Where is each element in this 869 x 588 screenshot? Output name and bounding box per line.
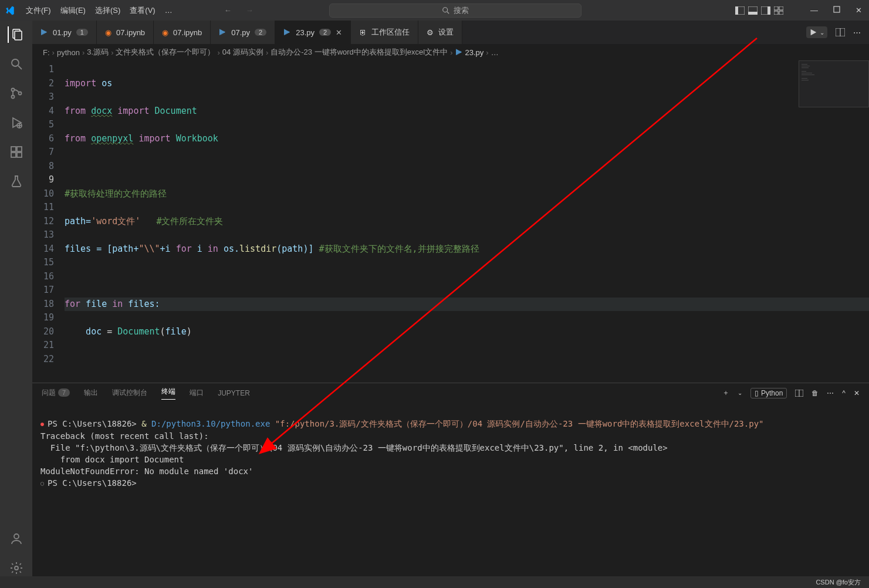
line-gutter: 12345 678910 1112131415 1617181920 2122 xyxy=(32,60,65,383)
account-icon[interactable] xyxy=(8,530,25,547)
svg-marker-30 xyxy=(811,29,817,36)
minimap[interactable]: ▬▬▬▬▬▬▬▬▬▬▬▬▬▬▬▬▬▬▬▬▬▬▬▬▬▬▬▬▬▬▬▬▬▬▬▬▬▬▬▬… xyxy=(799,60,869,107)
terminal-name-badge[interactable]: ▯Python xyxy=(750,388,787,398)
panel-tab-terminal[interactable]: 终端 xyxy=(161,387,175,400)
explorer-icon[interactable] xyxy=(8,26,24,43)
tab-07py[interactable]: ⯈07.py2 xyxy=(211,21,275,44)
tab-23py[interactable]: ⯈23.py2✕ xyxy=(275,21,351,44)
maximize-panel-icon[interactable]: ^ xyxy=(842,389,846,397)
terminal-dropdown-icon[interactable]: ⌄ xyxy=(738,390,742,396)
trash-icon[interactable]: 🗑 xyxy=(811,389,819,397)
bottom-panel: 问题7 输出 调试控制台 终端 端口 JUPYTER ＋ ⌄ ▯Python 🗑… xyxy=(32,383,869,576)
tab-label: 工作区信任 xyxy=(371,27,410,38)
svg-line-16 xyxy=(18,66,22,69)
panel-tab-problems[interactable]: 问题7 xyxy=(42,388,70,398)
svg-rect-27 xyxy=(17,153,22,157)
code-content[interactable]: import os from docx import Document from… xyxy=(65,60,869,383)
menu-file[interactable]: 文件(F) xyxy=(21,3,56,18)
search-icon[interactable] xyxy=(8,56,25,72)
watermark: CSDN @fo安方 xyxy=(816,578,861,587)
search-icon xyxy=(442,6,450,15)
svg-rect-9 xyxy=(779,6,783,10)
tab-label: 设置 xyxy=(438,27,454,38)
panel-tab-ports[interactable]: 端口 xyxy=(190,388,204,398)
svg-rect-14 xyxy=(15,31,22,40)
debug-icon[interactable] xyxy=(8,114,25,131)
svg-rect-3 xyxy=(735,6,738,15)
tab-07ipynb-2[interactable]: ◉07.ipynb xyxy=(154,21,211,44)
terminal-output[interactable]: ●PS C:\Users\18826> & D:/python3.10/pyth… xyxy=(32,403,869,576)
prompt-dot-icon: ○ xyxy=(40,480,44,486)
svg-point-0 xyxy=(443,7,448,12)
window-close-icon[interactable]: ✕ xyxy=(853,4,864,17)
window-maximize-icon[interactable] xyxy=(831,4,843,17)
tab-label: 07.ipynb xyxy=(173,28,202,37)
status-bar: CSDN @fo安方 xyxy=(0,576,869,588)
panel-tab-output[interactable]: 输出 xyxy=(84,388,98,398)
source-control-icon[interactable] xyxy=(8,85,25,102)
svg-rect-5 xyxy=(748,12,758,15)
window-minimize-icon[interactable]: — xyxy=(808,4,820,17)
svg-rect-8 xyxy=(774,6,778,10)
nav-forward-icon[interactable]: → xyxy=(246,6,253,15)
tab-label: 07.ipynb xyxy=(116,28,145,37)
split-terminal-icon[interactable] xyxy=(795,390,803,397)
extensions-icon[interactable] xyxy=(8,144,25,160)
shield-icon: ⛨ xyxy=(359,28,367,37)
panel-tab-debug[interactable]: 调试控制台 xyxy=(112,388,147,398)
editor-tabs: ⯈01.py1 ◉07.ipynb ◉07.ipynb ⯈07.py2 ⯈23.… xyxy=(32,21,869,44)
menu-select[interactable]: 选择(S) xyxy=(90,3,125,18)
close-icon[interactable]: ✕ xyxy=(336,28,342,37)
vscode-icon xyxy=(5,5,15,16)
svg-rect-24 xyxy=(11,147,16,151)
menu-view[interactable]: 查看(V) xyxy=(125,3,160,18)
menu-more[interactable]: … xyxy=(160,4,177,17)
menu-edit[interactable]: 编辑(E) xyxy=(56,3,90,18)
svg-point-15 xyxy=(12,59,19,66)
layout-bottom-icon[interactable] xyxy=(748,6,758,15)
breadcrumbs[interactable]: F:› python› 3.源码› 文件夹格式（保存一个即可）› 04 源码实例… xyxy=(32,44,869,60)
search-box[interactable]: 搜索 xyxy=(329,4,581,18)
layout-left-icon[interactable] xyxy=(735,6,745,15)
svg-rect-26 xyxy=(11,153,16,157)
split-editor-icon[interactable] xyxy=(836,28,845,36)
tab-workspace-trust[interactable]: ⛨工作区信任 xyxy=(351,21,418,44)
test-icon[interactable] xyxy=(8,173,25,190)
more-icon[interactable]: ⋯ xyxy=(827,389,834,397)
svg-rect-10 xyxy=(774,11,778,15)
search-placeholder: 搜索 xyxy=(454,5,469,16)
close-panel-icon[interactable]: ✕ xyxy=(854,389,860,397)
svg-point-19 xyxy=(18,92,21,95)
panel-tab-jupyter[interactable]: JUPYTER xyxy=(218,389,250,397)
tab-label: 07.py xyxy=(231,28,250,37)
svg-rect-11 xyxy=(779,11,783,15)
tab-01py[interactable]: ⯈01.py1 xyxy=(32,21,97,44)
title-bar: 文件(F) 编辑(E) 选择(S) 查看(V) … ← → 搜索 — ✕ xyxy=(0,0,869,21)
svg-point-17 xyxy=(11,89,14,92)
svg-rect-12 xyxy=(834,6,840,12)
svg-point-18 xyxy=(11,96,14,99)
tab-label: 23.py xyxy=(296,28,315,37)
svg-point-29 xyxy=(15,566,18,570)
layout-grid-icon[interactable] xyxy=(774,6,783,15)
gear-icon: ⚙ xyxy=(427,28,434,37)
tab-label: 01.py xyxy=(53,28,72,37)
activity-bar xyxy=(0,21,32,576)
code-editor[interactable]: 12345 678910 1112131415 1617181920 2122 … xyxy=(32,60,869,383)
more-icon[interactable]: ⋯ xyxy=(853,28,861,37)
svg-rect-7 xyxy=(767,6,770,15)
svg-line-1 xyxy=(447,11,449,13)
tab-07ipynb-1[interactable]: ◉07.ipynb xyxy=(97,21,154,44)
tab-settings[interactable]: ⚙设置 xyxy=(418,21,462,44)
error-dot-icon: ● xyxy=(40,421,44,427)
chevron-down-icon[interactable]: ⌄ xyxy=(820,29,824,36)
new-terminal-icon[interactable]: ＋ xyxy=(722,388,729,398)
run-button[interactable]: ⌄ xyxy=(806,26,827,38)
svg-point-28 xyxy=(14,534,19,539)
nav-back-icon[interactable]: ← xyxy=(224,6,232,15)
settings-icon[interactable] xyxy=(8,560,25,576)
layout-right-icon[interactable] xyxy=(761,6,770,15)
svg-rect-25 xyxy=(17,147,22,151)
